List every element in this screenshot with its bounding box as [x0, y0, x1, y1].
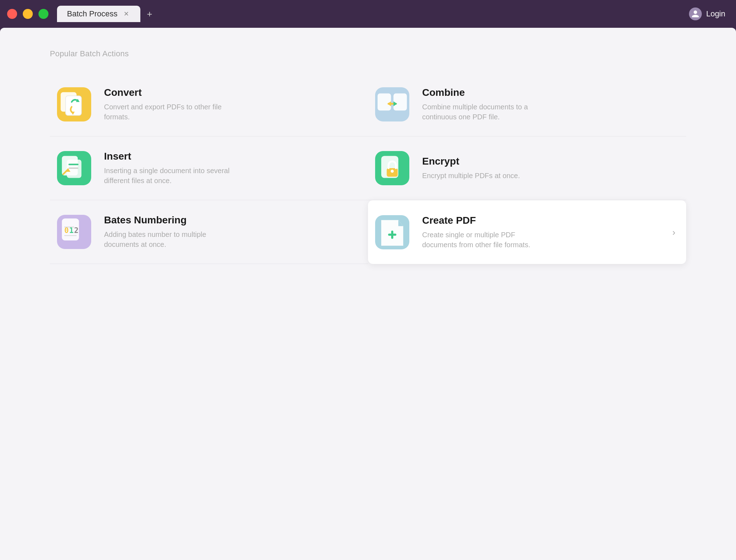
encrypt-title: Encrypt — [422, 156, 520, 167]
bates-icon-bg: 0 1 2 — [57, 215, 91, 249]
action-encrypt[interactable]: Encrypt Encrypt multiple PDFs at once. — [368, 136, 686, 200]
encrypt-icon-bg — [375, 151, 409, 185]
create-desc: Create single or multiple PDF documents … — [422, 230, 550, 250]
create-title: Create PDF — [422, 215, 550, 226]
actions-grid: Convert Convert and export PDFs to other… — [50, 73, 686, 264]
action-bates[interactable]: 0 1 2 Bates Numbering Adding bates numbe… — [50, 200, 368, 264]
convert-icon-bg — [57, 87, 91, 121]
create-pdf-icon — [375, 215, 409, 249]
close-button[interactable] — [7, 9, 17, 19]
encrypt-text: Encrypt Encrypt multiple PDFs at once. — [422, 156, 520, 181]
combine-text: Combine Combine multiple documents to a … — [422, 87, 550, 122]
minimize-button[interactable] — [23, 9, 33, 19]
tab-bar: Batch Process ✕ + — [57, 6, 156, 22]
tab-close-button[interactable]: ✕ — [123, 10, 130, 18]
maximize-button[interactable] — [38, 9, 48, 19]
convert-icon — [57, 87, 91, 121]
action-insert[interactable]: Insert Inserting a single document into … — [50, 136, 368, 200]
section-title: Popular Batch Actions — [50, 49, 686, 58]
svg-rect-5 — [393, 93, 407, 110]
encrypt-icon — [375, 151, 409, 185]
svg-text:1: 1 — [69, 226, 73, 235]
user-icon — [691, 10, 700, 18]
user-avatar — [689, 7, 702, 20]
create-text: Create PDF Create single or multiple PDF… — [422, 215, 550, 250]
svg-rect-9 — [67, 160, 81, 178]
chevron-right-icon: › — [672, 227, 675, 238]
new-tab-button[interactable]: + — [143, 7, 156, 20]
main-content: Popular Batch Actions Convert Convert an… — [0, 28, 736, 560]
insert-icon — [57, 151, 91, 185]
combine-icon — [375, 87, 409, 121]
login-label: Login — [706, 9, 725, 19]
convert-text: Convert Convert and export PDFs to other… — [104, 87, 232, 122]
convert-title: Convert — [104, 87, 232, 98]
action-create[interactable]: Create PDF Create single or multiple PDF… — [368, 200, 686, 264]
bates-desc: Adding bates number to multiple document… — [104, 229, 232, 249]
combine-title: Combine — [422, 87, 550, 98]
bates-title: Bates Numbering — [104, 214, 232, 226]
action-convert[interactable]: Convert Convert and export PDFs to other… — [50, 73, 368, 136]
insert-title: Insert — [104, 151, 232, 162]
action-combine[interactable]: Combine Combine multiple documents to a … — [368, 73, 686, 136]
insert-desc: Inserting a single document into several… — [104, 166, 232, 186]
insert-icon-bg — [57, 151, 91, 185]
combine-desc: Combine multiple documents to a continuo… — [422, 102, 550, 122]
create-icon-bg — [375, 215, 409, 249]
login-area[interactable]: Login — [689, 7, 725, 20]
convert-desc: Convert and export PDFs to other file fo… — [104, 102, 232, 122]
combine-icon-bg — [375, 87, 409, 121]
svg-rect-4 — [378, 93, 391, 110]
svg-point-15 — [391, 170, 394, 173]
encrypt-desc: Encrypt multiple PDFs at once. — [422, 171, 520, 181]
active-tab[interactable]: Batch Process ✕ — [57, 6, 140, 22]
tab-title: Batch Process — [67, 9, 118, 19]
titlebar: Batch Process ✕ + Login — [0, 0, 736, 28]
insert-text: Insert Inserting a single document into … — [104, 151, 232, 186]
traffic-lights — [7, 9, 48, 19]
bates-text: Bates Numbering Adding bates number to m… — [104, 214, 232, 249]
svg-text:2: 2 — [74, 226, 78, 235]
bates-icon: 0 1 2 — [57, 215, 91, 249]
svg-text:0: 0 — [64, 226, 69, 235]
